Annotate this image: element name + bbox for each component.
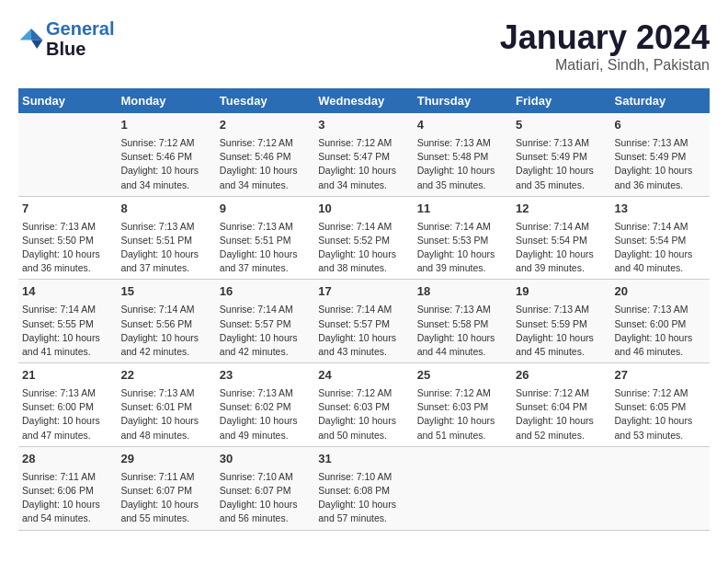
day-number: 1: [120, 117, 211, 134]
day-info: Sunset: 5:51 PM: [120, 234, 211, 247]
day-cell: 19Sunrise: 7:13 AMSunset: 5:59 PMDayligh…: [512, 280, 610, 363]
day-info: Daylight: 10 hours: [220, 164, 311, 178]
day-number: 24: [318, 367, 409, 385]
day-info: Sunset: 5:54 PM: [615, 234, 706, 247]
day-info: Sunrise: 7:11 AM: [120, 470, 211, 484]
day-info: Sunset: 6:07 PM: [220, 484, 311, 498]
day-info: Sunrise: 7:13 AM: [22, 220, 113, 234]
day-info: Daylight: 10 hours: [220, 331, 311, 345]
day-number: 27: [615, 367, 706, 385]
day-cell: 3Sunrise: 7:12 AMSunset: 5:47 PMDaylight…: [314, 113, 413, 196]
svg-marker-1: [31, 40, 42, 49]
day-info: Sunset: 5:46 PM: [120, 150, 211, 164]
day-cell: 18Sunrise: 7:13 AMSunset: 5:58 PMDayligh…: [414, 280, 512, 363]
day-info: and 55 minutes.: [120, 511, 211, 525]
day-info: Sunset: 5:59 PM: [516, 317, 607, 331]
day-info: Daylight: 10 hours: [417, 164, 508, 178]
day-number: 8: [120, 201, 211, 218]
day-info: and 50 minutes.: [318, 429, 409, 442]
logo-general: General: [46, 18, 114, 39]
day-number: 14: [22, 283, 113, 301]
title-block: January 2024 Matiari, Sindh, Pakistan: [500, 18, 710, 74]
day-info: Sunset: 6:04 PM: [516, 400, 607, 414]
day-cell: 23Sunrise: 7:13 AMSunset: 6:02 PMDayligh…: [216, 363, 314, 447]
day-number: 17: [318, 283, 409, 301]
svg-marker-0: [31, 29, 42, 40]
day-info: Sunset: 5:58 PM: [417, 317, 508, 331]
header-sunday: Sunday: [18, 88, 117, 113]
day-info: Sunrise: 7:13 AM: [220, 220, 311, 234]
day-cell: 1Sunrise: 7:12 AMSunset: 5:46 PMDaylight…: [117, 113, 215, 196]
day-cell: 6Sunrise: 7:13 AMSunset: 5:49 PMDaylight…: [611, 113, 710, 196]
day-info: Sunset: 5:50 PM: [22, 234, 113, 247]
day-info: Sunset: 6:03 PM: [417, 400, 508, 414]
day-info: Sunset: 6:03 PM: [318, 400, 409, 414]
day-info: and 52 minutes.: [516, 429, 607, 442]
day-number: 6: [615, 117, 706, 134]
day-number: 9: [220, 201, 311, 218]
day-info: and 36 minutes.: [615, 178, 706, 192]
day-info: Daylight: 10 hours: [615, 331, 706, 345]
day-number: 19: [516, 283, 607, 301]
day-info: Daylight: 10 hours: [615, 164, 706, 178]
header-wednesday: Wednesday: [314, 88, 413, 113]
day-info: Sunrise: 7:13 AM: [615, 136, 706, 150]
day-info: and 54 minutes.: [22, 511, 113, 525]
day-info: Sunset: 6:00 PM: [615, 317, 706, 331]
header-tuesday: Tuesday: [216, 88, 314, 113]
day-cell: 24Sunrise: 7:12 AMSunset: 6:03 PMDayligh…: [314, 363, 413, 447]
day-info: and 46 minutes.: [615, 345, 706, 359]
day-info: Sunset: 5:53 PM: [417, 234, 508, 247]
day-cell: 8Sunrise: 7:13 AMSunset: 5:51 PMDaylight…: [117, 196, 215, 280]
day-info: Sunset: 5:56 PM: [120, 317, 211, 331]
day-cell: 14Sunrise: 7:14 AMSunset: 5:55 PMDayligh…: [18, 280, 117, 363]
header-saturday: Saturday: [611, 88, 710, 113]
day-info: Daylight: 10 hours: [516, 247, 607, 261]
day-info: and 42 minutes.: [220, 345, 311, 359]
day-number: 28: [22, 451, 113, 468]
day-cell: 4Sunrise: 7:13 AMSunset: 5:48 PMDaylight…: [414, 113, 512, 196]
day-number: 5: [516, 117, 607, 134]
day-cell: [611, 446, 710, 530]
day-info: Daylight: 10 hours: [318, 331, 409, 345]
logo-icon: [18, 26, 44, 52]
day-info: Daylight: 10 hours: [417, 331, 508, 345]
day-cell: 2Sunrise: 7:12 AMSunset: 5:46 PMDaylight…: [216, 113, 314, 196]
day-info: Sunset: 5:51 PM: [220, 234, 311, 247]
day-info: Daylight: 10 hours: [220, 247, 311, 261]
day-cell: 5Sunrise: 7:13 AMSunset: 5:49 PMDaylight…: [512, 113, 610, 196]
header-thursday: Thursday: [414, 88, 512, 113]
day-info: Sunset: 5:49 PM: [516, 150, 607, 164]
day-info: Sunset: 6:06 PM: [22, 484, 113, 498]
day-number: 25: [417, 367, 508, 385]
day-number: 10: [318, 201, 409, 218]
day-info: and 44 minutes.: [417, 345, 508, 359]
logo: General Blue: [18, 18, 114, 59]
day-info: Sunset: 5:47 PM: [318, 150, 409, 164]
day-info: Sunrise: 7:14 AM: [318, 303, 409, 316]
day-cell: 28Sunrise: 7:11 AMSunset: 6:06 PMDayligh…: [18, 446, 117, 530]
day-info: Daylight: 10 hours: [22, 414, 113, 428]
day-info: Sunrise: 7:13 AM: [615, 303, 706, 316]
day-number: 7: [22, 201, 113, 218]
day-number: 21: [22, 367, 113, 385]
day-info: Sunset: 5:55 PM: [22, 317, 113, 331]
page-header: General Blue January 2024 Matiari, Sindh…: [18, 18, 710, 74]
day-info: Sunrise: 7:10 AM: [318, 470, 409, 484]
day-cell: [512, 446, 610, 530]
month-title: January 2024: [500, 18, 710, 57]
week-row-1: 1Sunrise: 7:12 AMSunset: 5:46 PMDaylight…: [18, 113, 710, 196]
day-info: and 57 minutes.: [318, 511, 409, 525]
day-info: and 36 minutes.: [22, 261, 113, 275]
day-info: and 34 minutes.: [120, 178, 211, 192]
day-info: Daylight: 10 hours: [120, 247, 211, 261]
day-number: 13: [615, 201, 706, 218]
day-info: Sunrise: 7:13 AM: [220, 386, 311, 400]
day-cell: 11Sunrise: 7:14 AMSunset: 5:53 PMDayligh…: [414, 196, 512, 280]
day-info: Sunset: 5:48 PM: [417, 150, 508, 164]
day-info: Sunrise: 7:13 AM: [417, 303, 508, 316]
day-cell: 30Sunrise: 7:10 AMSunset: 6:07 PMDayligh…: [216, 446, 314, 530]
day-info: and 37 minutes.: [220, 261, 311, 275]
day-info: Sunrise: 7:12 AM: [516, 386, 607, 400]
day-info: Sunset: 6:08 PM: [318, 484, 409, 498]
